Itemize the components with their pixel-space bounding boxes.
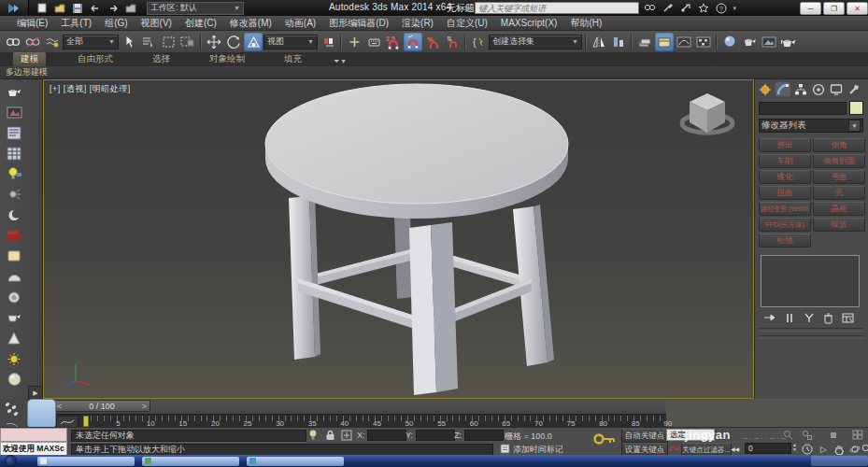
select-and-move-icon[interactable] <box>205 33 223 51</box>
align-icon[interactable] <box>609 33 628 51</box>
zoom-region-icon[interactable] <box>860 443 868 455</box>
ribbon-section-label[interactable]: 多边形建模 <box>6 66 48 78</box>
modifier-button-pathdeform-wsm[interactable]: 路径变形 (WSM) <box>759 202 811 216</box>
search-icon[interactable] <box>643 2 657 14</box>
modifier-button-bend[interactable]: 弯曲 <box>813 170 865 184</box>
ribbon-tab-modeling[interactable]: 建模 <box>13 52 46 66</box>
restore-button[interactable]: ❐ <box>823 2 845 15</box>
view-cube[interactable] <box>672 86 747 144</box>
add-time-tag-icon[interactable] <box>498 443 511 455</box>
rectangular-selection-region-icon[interactable] <box>159 33 178 51</box>
keyboard-shortcut-override-icon[interactable] <box>364 33 383 51</box>
perspective-viewport[interactable]: [+] [透视] [明暗处理] <box>43 79 754 399</box>
named-selection-sets-dropdown[interactable]: 创建选择集▼ <box>489 35 582 50</box>
menu-modifiers[interactable]: 修改器(M) <box>230 17 272 30</box>
graphite-ribbon-toggle-icon[interactable] <box>655 33 674 51</box>
window-crossing-icon[interactable] <box>178 33 197 51</box>
render-setup-icon[interactable] <box>740 33 759 51</box>
percent-snap-toggle-icon[interactable]: % <box>423 33 442 51</box>
menu-rendering[interactable]: 渲染(R) <box>402 17 434 30</box>
make-unique-icon[interactable] <box>802 312 816 324</box>
modifier-button-noise[interactable]: 噪波 <box>813 218 865 232</box>
maxscript-listener-line[interactable]: 欢迎使用 MAXSc <box>0 442 67 456</box>
taskbar-tray[interactable] <box>811 456 868 466</box>
zoom-extents-icon[interactable] <box>826 429 840 441</box>
render-production-icon[interactable] <box>779 33 798 51</box>
sun-icon[interactable] <box>3 348 25 369</box>
modifier-button-extrude[interactable]: 挤出 <box>759 138 811 152</box>
y-coord-field[interactable] <box>416 430 455 441</box>
utilities-tab-icon[interactable] <box>846 81 862 97</box>
footprints-icon[interactable] <box>3 400 21 418</box>
hierarchy-tab-icon[interactable] <box>792 81 809 97</box>
workspace-dropdown[interactable]: 工作区: 默认 ▼ <box>147 2 244 15</box>
schematic-view-icon[interactable] <box>694 33 713 51</box>
taskbar-button-3[interactable] <box>247 457 344 466</box>
taskbar-button-1[interactable] <box>37 457 135 466</box>
bind-to-spacewarp-icon[interactable] <box>43 33 62 51</box>
ribbon-tab-object-paint[interactable]: 对象绘制 <box>202 52 252 66</box>
selection-lock-icon[interactable] <box>323 429 336 441</box>
select-by-name-icon[interactable] <box>139 33 158 51</box>
lightbulb-icon[interactable] <box>3 163 25 184</box>
modifier-list-dropdown[interactable]: 修改器列表 ▼ <box>759 119 863 133</box>
time-slider-handle[interactable]: < 0 / 100 > <box>53 400 150 412</box>
open-file-button[interactable] <box>52 2 67 14</box>
taskbar-button-2[interactable] <box>142 457 239 466</box>
light-fixture-icon[interactable] <box>3 184 25 205</box>
close-button[interactable]: ✕ <box>847 2 868 15</box>
menu-create[interactable]: 创建(C) <box>185 17 217 30</box>
absolute-mode-icon[interactable] <box>340 429 353 441</box>
dome-primitive-icon[interactable] <box>3 266 25 287</box>
reference-coordsys-dropdown[interactable]: 视图▼ <box>263 35 318 50</box>
remove-modifier-icon[interactable] <box>821 312 835 324</box>
angle-snap-toggle-icon[interactable] <box>404 33 422 51</box>
menu-group[interactable]: 组(G) <box>105 17 127 30</box>
maxscript-mini-listener[interactable] <box>0 428 67 442</box>
layer-manager-icon[interactable] <box>635 33 654 51</box>
ribbon-tab-freeform[interactable]: 自由形式 <box>70 52 121 66</box>
modify-tab-icon[interactable] <box>775 81 791 97</box>
spinner-snap-toggle-icon[interactable]: ⇅ <box>443 33 462 51</box>
select-and-link-icon[interactable] <box>4 33 22 51</box>
frame-back-arrow[interactable]: < <box>57 402 62 411</box>
frame-forward-arrow[interactable]: > <box>142 402 147 411</box>
pin-stack-icon[interactable] <box>762 312 776 324</box>
select-object-icon[interactable] <box>120 33 138 51</box>
trackbar-ruler[interactable]: 51015202530354045505560657075808590 <box>43 414 666 428</box>
current-frame-marker[interactable] <box>83 416 89 427</box>
select-and-scale-icon[interactable] <box>244 33 263 51</box>
redo-button[interactable] <box>106 2 121 14</box>
select-and-rotate-icon[interactable] <box>224 33 243 51</box>
sphere-primitive-icon[interactable] <box>3 369 25 389</box>
zoom-all-icon[interactable] <box>800 429 814 441</box>
modifier-button-bevel-profile[interactable]: 倒角剖面 <box>813 154 865 168</box>
snaps-toggle-icon[interactable]: 2.5 <box>384 33 403 51</box>
menu-tools[interactable]: 工具(T) <box>61 17 92 30</box>
moon-icon[interactable] <box>3 205 25 225</box>
ribbon-tab-populate[interactable]: 填充 <box>277 52 309 66</box>
minimize-button[interactable]: ─ <box>800 2 821 15</box>
modifier-button-ffd-box[interactable]: FFD(长方体) <box>759 218 811 232</box>
show-end-result-icon[interactable] <box>782 312 796 324</box>
render-teapot-icon[interactable] <box>3 81 25 102</box>
motion-tab-icon[interactable] <box>810 81 827 97</box>
help-dropdown-icon[interactable]: ▼ <box>732 6 737 11</box>
app-logo-button[interactable] <box>0 0 29 16</box>
select-and-manipulate-icon[interactable] <box>345 33 363 51</box>
plane-primitive-icon[interactable] <box>3 246 25 266</box>
menu-maxscript[interactable]: MAXScript(X) <box>501 18 558 28</box>
new-file-button[interactable] <box>35 2 50 14</box>
modifier-button-bevel[interactable]: 倒角 <box>813 138 865 152</box>
modifier-button-shell[interactable]: 壳 <box>813 186 865 200</box>
table-model[interactable] <box>44 80 753 398</box>
ribbon-tab-selection[interactable]: 选择 <box>145 52 178 66</box>
modifier-button-relax[interactable]: 松弛 <box>759 234 811 248</box>
menu-edit[interactable]: 编辑(E) <box>17 17 48 30</box>
menu-views[interactable]: 视图(V) <box>141 17 172 30</box>
edit-named-selection-sets-icon[interactable]: { <box>469 33 488 51</box>
curve-editor-icon[interactable] <box>675 33 693 51</box>
cone-primitive-icon[interactable] <box>3 328 25 348</box>
teapot-primitive-icon[interactable] <box>3 307 25 328</box>
create-tab-icon[interactable] <box>757 81 774 97</box>
